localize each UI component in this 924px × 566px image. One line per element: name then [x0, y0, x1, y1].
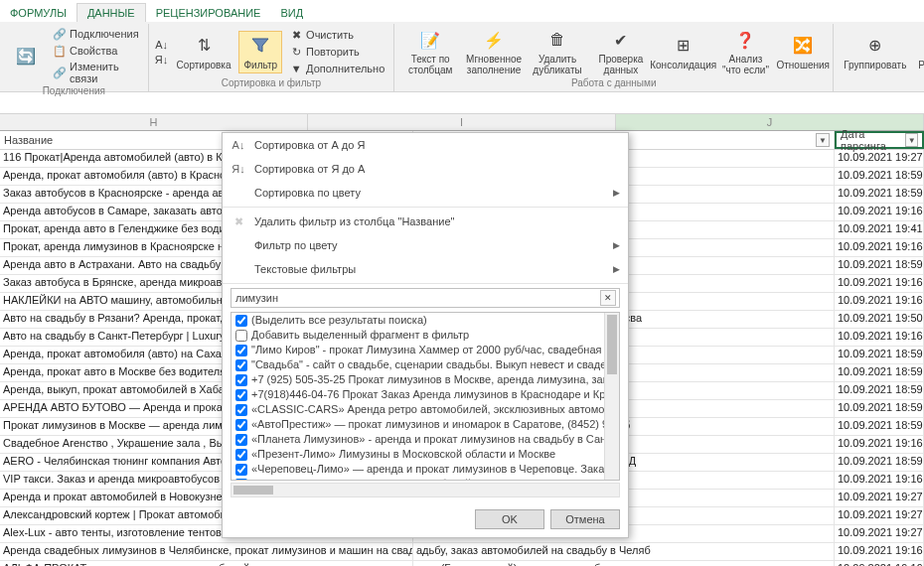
cell[interactable]: 10.09.2021 19:27:06 — [835, 490, 924, 506]
cell[interactable]: 10.09.2021 19:27:02 — [835, 150, 924, 167]
cell[interactable]: ница(Безлимитный), новые автомобили — [413, 561, 835, 566]
sort-za-item[interactable]: Я↓Сортировка от Я до А — [223, 157, 628, 181]
group-datatools-label: Работа с данными — [400, 77, 827, 89]
text-filters-item[interactable]: Текстовые фильтры▶ — [223, 257, 628, 281]
filter-value-item[interactable]: "Лимо Киров" - прокат Лимузина Хаммер от… — [231, 343, 619, 357]
refresh-all-button[interactable]: 🔄 — [6, 42, 46, 70]
cell[interactable]: 10.09.2021 19:16:44 — [835, 436, 924, 453]
cell[interactable]: 10.09.2021 18:59:07 — [835, 186, 924, 203]
cell[interactable]: 10.09.2021 19:16:41 — [835, 329, 924, 346]
group-outline-label: Структура — [840, 77, 924, 89]
tab-view[interactable]: ВИД — [270, 4, 313, 22]
filter-value-label: «Череповец-Лимо» — аренда и прокат лимуз… — [251, 463, 615, 476]
filter-checkbox[interactable] — [235, 404, 247, 416]
filter-value-item[interactable]: «АвтоПрестиж» — прокат лимузинов и инома… — [231, 417, 619, 432]
filter-by-color-item: Фильтр по цвету▶ — [223, 233, 628, 257]
tab-review[interactable]: РЕЦЕНЗИРОВАНИЕ — [146, 4, 271, 22]
cell[interactable]: 10.09.2021 19:16:46 — [835, 543, 924, 560]
advanced-filter-button[interactable]: ▼Дополнительно — [286, 61, 387, 76]
cell[interactable]: 10.09.2021 19:16:46 — [835, 561, 924, 566]
whatif-button[interactable]: ❓Анализ "что если" — [716, 26, 776, 77]
clear-search-icon[interactable]: ✕ — [600, 290, 616, 306]
filter-value-item[interactable]: +7 (925) 505-35-25 Прокат лимузинов в Мо… — [231, 372, 619, 387]
cell[interactable]: 10.09.2021 19:16:39 — [835, 275, 924, 292]
cell[interactable]: 10.09.2021 18:59:15 — [835, 418, 924, 435]
table-row[interactable]: Аренда свадебных лимузинов в Челябинске,… — [0, 543, 924, 561]
filter-value-item[interactable]: «Планета Лимузинов» - аренда и прокат ли… — [231, 432, 619, 447]
tab-data[interactable]: ДАННЫЕ — [77, 3, 146, 22]
sort-button[interactable]: ⇅Сортировка — [173, 32, 235, 72]
filter-checkbox[interactable] — [235, 479, 247, 481]
filter-value-item[interactable]: (Выделить все результаты поиска) — [231, 313, 619, 328]
filter-value-item[interactable]: +7(918)446-04-76 Прокат Заказ Аренда лим… — [231, 387, 619, 402]
scrollbar-horizontal[interactable] — [231, 483, 620, 497]
sort-az-icon[interactable]: A↓ — [155, 38, 169, 52]
properties-button[interactable]: 📋Свойства — [50, 43, 142, 59]
cell[interactable]: 10.09.2021 18:59:18 — [835, 454, 924, 471]
relationships-button[interactable]: 🔀Отношения — [779, 32, 827, 72]
connections-button[interactable]: 🔗Подключения — [50, 26, 142, 42]
flash-fill-button[interactable]: ⚡Мгновенное заполнение — [464, 26, 524, 77]
table-row[interactable]: АЛЬФА-ПРОКАТ - аренда и прокат автомобил… — [0, 561, 924, 566]
cell[interactable]: АЛЬФА-ПРОКАТ - аренда и прокат автомобил… — [0, 561, 413, 566]
ok-button[interactable]: OK — [475, 509, 544, 529]
ungroup-button[interactable]: ⊖Разгруппировать — [914, 32, 924, 72]
cell[interactable]: 10.09.2021 19:16:45 — [835, 472, 924, 489]
cell[interactable]: 10.09.2021 19:16:38 — [835, 204, 924, 220]
remove-duplicates-button[interactable]: 🗑Удалить дубликаты — [528, 26, 587, 77]
filter-value-item[interactable]: «Череповец-Лимо» — аренда и прокат лимуз… — [231, 462, 619, 477]
filter-button[interactable]: Фильтр — [238, 31, 282, 73]
filter-checkbox[interactable] — [235, 389, 247, 401]
col-h-header[interactable]: H — [0, 114, 308, 130]
filter-checkbox[interactable] — [235, 464, 247, 476]
cell[interactable]: 10.09.2021 19:27:06 — [835, 507, 924, 524]
sort-az-item[interactable]: A↓Сортировка от А до Я — [223, 133, 628, 157]
filter-checkbox[interactable] — [235, 315, 247, 327]
filter-value-item[interactable]: "Свадьба" - сайт о свадьбе, сценарии сва… — [231, 357, 619, 372]
cell[interactable]: 10.09.2021 19:27:06 — [835, 525, 924, 542]
sort-za-icon[interactable]: Я↓ — [155, 53, 169, 67]
filter-checkbox[interactable] — [235, 449, 247, 461]
filter-dropdown-icon[interactable]: ▼ — [816, 133, 830, 147]
cell[interactable]: 10.09.2021 18:59:12 — [835, 347, 924, 363]
tab-formulas[interactable]: ФОРМУЛЫ — [0, 4, 77, 22]
clear-filter-button[interactable]: ✖Очистить — [286, 27, 387, 43]
filter-checkbox[interactable] — [235, 374, 247, 386]
cell[interactable]: 10.09.2021 19:41:39 — [835, 221, 924, 238]
clear-filter-item: ✖Удалить фильтр из столбца "Название" — [223, 210, 628, 233]
filter-checkbox[interactable] — [235, 434, 247, 446]
header-cell-date[interactable]: Дата парсинга▼ — [835, 131, 924, 149]
filter-checkbox[interactable] — [235, 330, 247, 342]
filter-value-item[interactable]: «CLASSIC-CARS» Аренда ретро автомобилей,… — [231, 402, 619, 417]
cell[interactable]: 10.09.2021 18:59:13 — [835, 364, 924, 381]
filter-value-item[interactable]: «Презент-Лимо» Лимузины в Московской обл… — [231, 447, 619, 462]
col-i-header[interactable]: I — [308, 114, 616, 130]
filter-value-item[interactable]: Dollar Thrifty Kazan — аренда автомобиле… — [231, 477, 619, 481]
cell[interactable]: 10.09.2021 18:59:14 — [835, 400, 924, 417]
filter-checkbox[interactable] — [235, 345, 247, 356]
edit-links-button[interactable]: 🔗Изменить связи — [50, 60, 142, 85]
cell[interactable]: 10.09.2021 19:50:06 — [835, 311, 924, 328]
reapply-button[interactable]: ↻Повторить — [286, 44, 387, 60]
cell[interactable]: 10.09.2021 18:59:10 — [835, 257, 924, 274]
filter-checkbox[interactable] — [235, 359, 247, 371]
cell[interactable]: 10.09.2021 19:16:39 — [835, 239, 924, 256]
filter-search-input[interactable] — [231, 288, 620, 308]
sort-by-color-item[interactable]: Сортировка по цвету▶ — [223, 181, 628, 205]
cell[interactable]: 10.09.2021 19:16:40 — [835, 293, 924, 310]
scrollbar-vertical[interactable] — [604, 313, 619, 480]
cell[interactable]: адьбу, заказ автомобилей на свадьбу в Че… — [413, 543, 835, 560]
cell[interactable]: Аренда свадебных лимузинов в Челябинске,… — [0, 543, 413, 560]
consolidate-button[interactable]: ⊞Консолидация — [655, 32, 712, 72]
group-button[interactable]: ⊕Группировать — [840, 32, 910, 72]
data-validation-button[interactable]: ✔Проверка данных — [591, 26, 651, 77]
cancel-button[interactable]: Отмена — [550, 509, 620, 529]
filter-values-list[interactable]: (Выделить все результаты поиска)Добавить… — [231, 312, 620, 481]
filter-value-item[interactable]: Добавить выделенный фрагмент в фильтр — [231, 328, 619, 343]
filter-checkbox[interactable] — [235, 419, 247, 431]
cell[interactable]: 10.09.2021 18:59:13 — [835, 382, 924, 399]
cell[interactable]: 10.09.2021 18:59:07 — [835, 168, 924, 185]
group-sortfilter-label: Сортировка и фильтр — [155, 77, 388, 89]
text-to-columns-button[interactable]: 📝Текст по столбцам — [400, 26, 460, 77]
filter-dropdown-icon[interactable]: ▼ — [905, 133, 918, 147]
